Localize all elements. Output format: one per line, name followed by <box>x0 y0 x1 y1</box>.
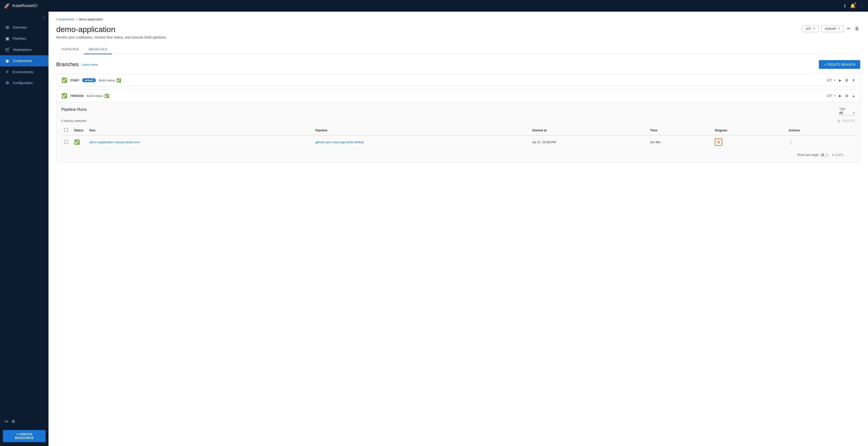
breadcrumb-separator: / <box>76 18 77 21</box>
create-resource-button[interactable]: + CREATE RESOURCE <box>3 430 45 442</box>
page-info: 1–1 of 1 <box>832 153 843 157</box>
git-button[interactable]: GIT ↗ <box>802 25 819 32</box>
app-title: KubeRocketCI <box>12 4 37 8</box>
pipeline-runs-title: Pipeline Runs <box>61 107 87 112</box>
sidebar-item-configuration[interactable]: ⚙ Configuration <box>0 77 49 89</box>
branch-main-run-btn[interactable]: ▶ <box>839 78 842 82</box>
configuration-icon: ⚙ <box>5 80 10 86</box>
branch-release-git-btn[interactable]: GIT ↗ <box>827 94 836 98</box>
branch-main-git-btn[interactable]: GIT ↗ <box>827 78 836 82</box>
branch-release-collapse-btn[interactable]: ▲ <box>852 94 855 98</box>
sidebar-item-label-configuration: Configuration <box>12 81 33 85</box>
branch-main-delete-btn[interactable]: 🗑 <box>845 78 848 82</box>
branch-name-release: release <box>70 93 84 98</box>
row-status: ✅ <box>71 135 87 149</box>
notification-dot <box>854 2 856 4</box>
notifications-icon[interactable]: 🔔 <box>850 3 856 8</box>
branch-row-release-header: ✅ release Build status ✅ GIT ↗ ▶ 🗑 ▲ <box>57 90 860 102</box>
header-checkbox-cell <box>61 126 71 135</box>
run-link[interactable]: demo-application-release-build-zcxn <box>90 140 140 144</box>
section-title-row: Branches Learn more. <box>56 61 99 68</box>
type-filter-row: Type All Build Review <box>839 107 855 116</box>
sidebar-item-environments[interactable]: ≡ Environments <box>0 66 49 77</box>
row-time: 2m 46s <box>647 135 712 149</box>
header-checkbox[interactable] <box>64 128 68 132</box>
topbar: 🚀 KubeRocketCI ℹ 🔔 ⋮ <box>0 0 868 12</box>
tab-overview[interactable]: OVERVIEW <box>56 45 84 54</box>
branch-build-status-release: Build status ✅ <box>87 94 110 98</box>
pipeline-table-header-row: Status Run Pipeline Started at Time Diag… <box>61 126 855 135</box>
pipeline-runs-section: Pipeline Runs Type All Build Review <box>57 102 860 163</box>
diagram-button[interactable]: ⧉ <box>715 138 722 146</box>
branch-badge-default: default <box>82 78 96 82</box>
header-status: Status <box>71 126 87 135</box>
branch-main-actions: GIT ↗ ▶ 🗑 ▼ <box>827 78 855 82</box>
tab-branches[interactable]: BRANCHES <box>84 45 112 54</box>
topbar-left: 🚀 KubeRocketCI <box>4 3 37 9</box>
marketplace-icon: 🛒 <box>5 47 10 52</box>
branch-build-status-main: Build status ✅ <box>99 78 121 83</box>
branch-name-main: main <box>70 78 79 83</box>
edit-button[interactable]: ✏ <box>846 25 851 32</box>
header-started-at: Started at <box>529 126 647 135</box>
sidebar-footer: ✏ ⚙ + CREATE RESOURCE <box>0 416 49 446</box>
type-select-wrapper: All Build Review <box>839 110 855 116</box>
sonar-button[interactable]: SONAR ↗ <box>821 25 843 32</box>
sidebar-item-pipelines[interactable]: ▣ Pipelines <box>0 33 49 44</box>
branch-release-delete-btn[interactable]: 🗑 <box>845 94 848 98</box>
branches-title: Branches <box>56 61 79 68</box>
breadcrumb-current: demo-application <box>79 18 103 21</box>
type-select[interactable]: All Build Review <box>839 110 855 116</box>
delete-button[interactable]: 🗑 <box>854 25 860 32</box>
more-options-icon[interactable]: ⋮ <box>860 3 864 8</box>
row-run: demo-application-release-build-zcxn <box>87 135 313 149</box>
sidebar-item-components[interactable]: ◉ Components <box>0 55 49 66</box>
row-diagram: ⧉ <box>712 135 785 149</box>
sidebar-item-label-components: Components <box>12 59 32 63</box>
pipeline-link[interactable]: github-npm-react-app-build-default <box>315 140 364 144</box>
page-title: demo-application <box>56 25 116 34</box>
branch-main-expand-btn[interactable]: ▼ <box>852 78 855 82</box>
rows-per-page-label: Rows per page: <box>797 153 819 157</box>
pipelines-icon: ▣ <box>5 36 10 41</box>
row-started-at: Jul 17, 10:08 PM <box>529 135 647 149</box>
pagination-nav: ‹ › <box>847 152 855 158</box>
branch-row-main: ✅ main default Build status ✅ GIT ↗ ▶ 🗑 <box>56 74 860 87</box>
info-icon[interactable]: ℹ <box>844 3 846 8</box>
create-branch-button[interactable]: + CREATE BRANCH <box>819 60 860 69</box>
row-more-button[interactable]: ⋮ <box>788 139 793 145</box>
pagination-next-btn[interactable]: › <box>852 152 855 158</box>
topbar-right: ℹ 🔔 ⋮ <box>844 3 864 8</box>
git-label-release: GIT <box>827 94 832 98</box>
sidebar-collapse-btn[interactable]: ‹ <box>0 13 49 22</box>
delete-selected-btn[interactable]: 🗑 DELETE <box>837 119 855 123</box>
header-time: Time <box>647 126 712 135</box>
git-link-icon-main: ↗ <box>833 79 836 82</box>
pipeline-runs-header: Pipeline Runs Type All Build Review <box>61 107 855 116</box>
edit-icon[interactable]: ✏ <box>5 419 8 424</box>
sidebar-item-overview[interactable]: ⊞ Overview <box>0 22 49 33</box>
pagination-row: Rows per page: 15 25 50 1–1 of 1 <box>61 152 855 158</box>
sidebar-item-marketplace[interactable]: 🛒 Marketplace <box>0 44 49 55</box>
rows-per-page-select[interactable]: 15 25 50 <box>821 153 828 157</box>
branch-status-ok-icon-release: ✅ <box>61 93 67 99</box>
sidebar-item-label-pipelines: Pipelines <box>12 37 26 40</box>
pagination-prev-btn[interactable]: ‹ <box>847 152 851 158</box>
external-link-icon-sonar: ↗ <box>837 27 840 30</box>
build-status-icon-main: ✅ <box>116 78 121 83</box>
build-status-label-main: Build status <box>99 78 115 82</box>
build-status-label-release: Build status <box>87 94 103 98</box>
branch-release-run-btn[interactable]: ▶ <box>839 94 842 98</box>
row-checkbox[interactable] <box>64 140 68 144</box>
pipeline-table: Status Run Pipeline Started at Time Diag… <box>61 126 855 149</box>
git-link-icon-release: ↗ <box>833 94 836 97</box>
breadcrumb-components-link[interactable]: Components <box>56 18 74 21</box>
learn-more-link[interactable]: Learn more. <box>82 63 99 66</box>
row-actions: ⋮ <box>785 135 855 149</box>
branch-row-main-header: ✅ main default Build status ✅ GIT ↗ ▶ 🗑 <box>57 74 860 87</box>
sidebar: ‹ ⊞ Overview ▣ Pipelines 🛒 Marketplace ◉… <box>0 12 49 446</box>
components-icon: ◉ <box>5 58 10 64</box>
settings-icon[interactable]: ⚙ <box>11 419 15 424</box>
branch-row-release: ✅ release Build status ✅ GIT ↗ ▶ 🗑 ▲ <box>56 89 860 163</box>
page-header-actions: GIT ↗ SONAR ↗ ✏ 🗑 <box>802 25 860 32</box>
